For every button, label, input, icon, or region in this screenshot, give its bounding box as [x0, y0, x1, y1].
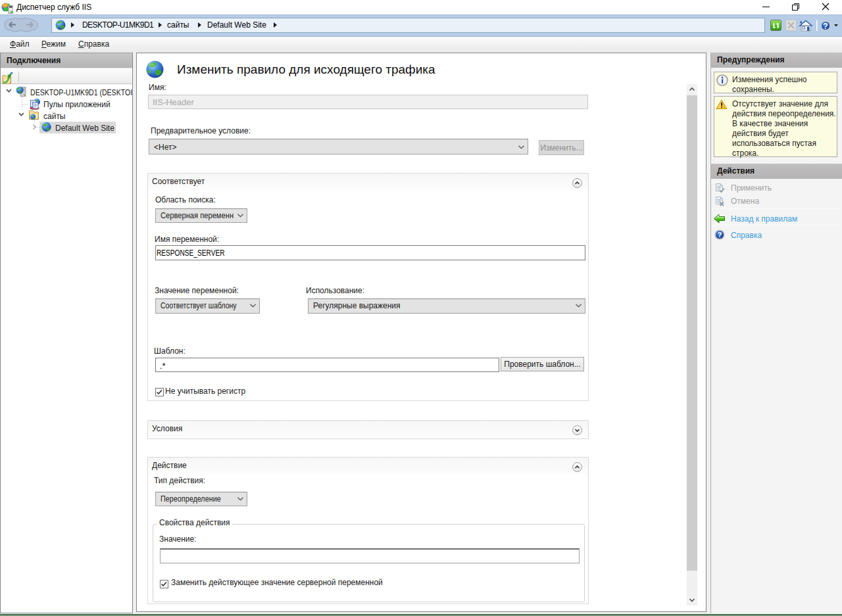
svg-text:?: ?	[823, 22, 828, 31]
svg-text:?: ?	[718, 231, 722, 239]
